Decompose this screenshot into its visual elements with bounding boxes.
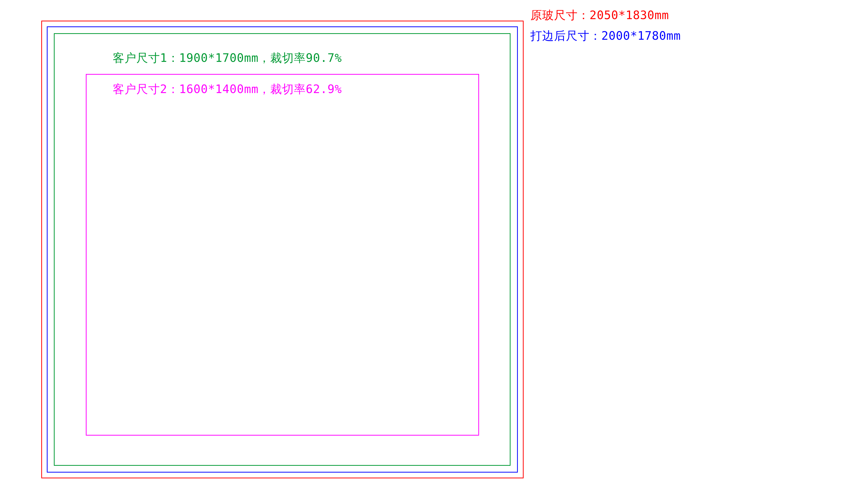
edged-glass-label: 打边后尺寸：2000*1780mm bbox=[530, 28, 681, 44]
customer1-label: 客户尺寸1：1900*1700mm，裁切率90.7% bbox=[113, 50, 342, 66]
customer2-rect bbox=[86, 74, 479, 436]
raw-glass-label: 原玻尺寸：2050*1830mm bbox=[530, 7, 669, 23]
customer2-label: 客户尺寸2：1600*1400mm，裁切率62.9% bbox=[113, 82, 342, 97]
